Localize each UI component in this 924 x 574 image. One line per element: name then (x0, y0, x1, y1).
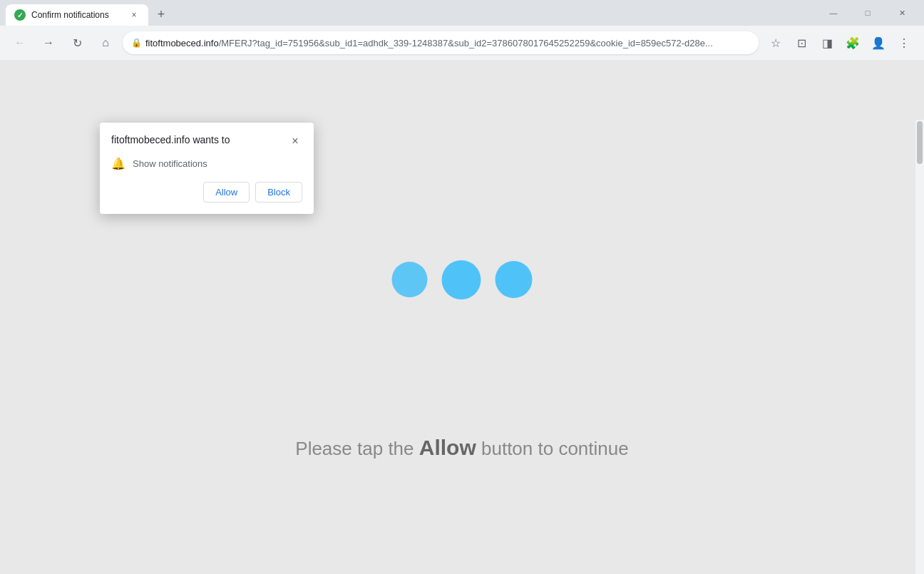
instruction-suffix: button to continue (481, 438, 629, 459)
minimize-button[interactable]: — (817, 0, 850, 26)
popup-permission: 🔔 Show notifications (111, 157, 302, 170)
allow-button[interactable]: Allow (203, 182, 250, 203)
popup-actions: Allow Block (111, 182, 302, 203)
tab-close-button[interactable]: × (128, 9, 140, 21)
home-button[interactable]: ⌂ (94, 31, 117, 54)
title-bar: Confirm notifications × + — □ ✕ (0, 0, 924, 26)
url-path: /MFERJ?tag_id=751956&sub_id1=adhdk_339-1… (219, 38, 713, 48)
active-tab[interactable]: Confirm notifications × (6, 4, 148, 26)
maximize-button[interactable]: □ (851, 0, 884, 26)
loading-dot-3 (496, 261, 533, 298)
address-bar: ← → ↻ ⌂ 🔒 fitoftmobесed.info/MFERJ?tag_i… (0, 26, 924, 60)
notification-popup: fitoftmobесed.info wants to × 🔔 Show not… (100, 123, 314, 214)
browser-window: Confirm notifications × + — □ ✕ ← → ↻ ⌂ … (0, 0, 924, 574)
menu-icon[interactable]: ⋮ (893, 31, 915, 54)
url-bar[interactable]: 🔒 fitoftmobесed.info/MFERJ?tag_id=751956… (123, 31, 759, 54)
window-controls: — □ ✕ (817, 0, 918, 26)
reload-button[interactable]: ↻ (66, 31, 88, 54)
tab-title: Confirm notifications (31, 10, 123, 20)
loading-dot-2 (442, 260, 481, 299)
toolbar-icons: ☆ ⊡ ◨ 🧩 👤 ⋮ (764, 31, 915, 54)
cast-icon[interactable]: ⊡ (790, 31, 813, 54)
forward-button[interactable]: → (37, 31, 60, 54)
page-content: fitoftmobесed.info wants to × 🔔 Show not… (0, 60, 924, 574)
scrollbar-thumb[interactable] (917, 121, 923, 164)
popup-title: fitoftmobесed.info wants to (111, 134, 230, 145)
instruction-allow: Allow (419, 436, 476, 459)
new-tab-button[interactable]: + (151, 4, 171, 24)
scrollbar[interactable] (915, 120, 924, 574)
screenshot-icon[interactable]: ◨ (816, 31, 838, 54)
block-button[interactable]: Block (255, 182, 302, 203)
profile-icon[interactable]: 👤 (867, 31, 890, 54)
extensions-icon[interactable]: 🧩 (841, 31, 864, 54)
bookmark-star-icon[interactable]: ☆ (764, 31, 787, 54)
bell-icon: 🔔 (111, 157, 125, 170)
popup-close-button[interactable]: × (288, 134, 302, 148)
back-button[interactable]: ← (9, 31, 31, 54)
url-text: fitoftmobесed.info/MFERJ?tag_id=751956&s… (145, 38, 750, 48)
lock-icon: 🔒 (131, 38, 141, 48)
instruction-prefix: Please tap the (295, 438, 414, 459)
instructions: Please tap the Allow button to continue (295, 436, 628, 460)
tab-favicon (14, 9, 26, 21)
url-domain: fitoftmobесed.info (145, 38, 219, 48)
close-button[interactable]: ✕ (885, 0, 918, 26)
popup-header: fitoftmobесed.info wants to × (111, 134, 302, 148)
tab-strip: Confirm notifications × + (6, 0, 817, 26)
loading-dots (392, 260, 533, 299)
permission-text: Show notifications (133, 158, 207, 169)
loading-dot-1 (392, 262, 428, 297)
